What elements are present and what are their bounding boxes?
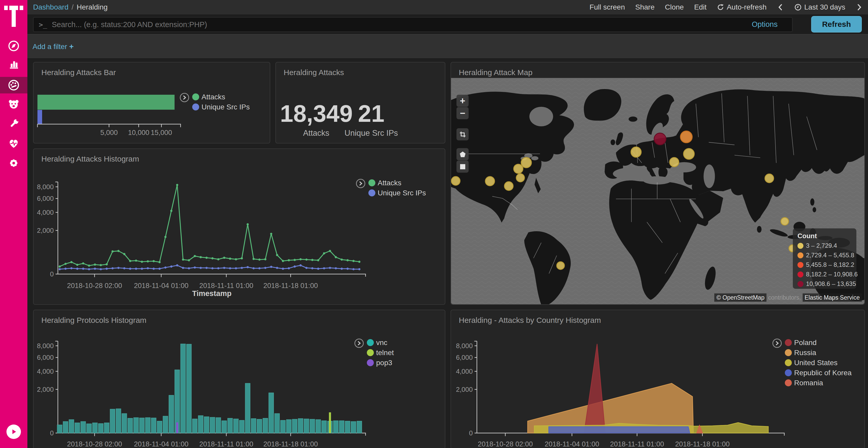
legend-color-dot [192, 94, 199, 100]
breadcrumb-dashboard-link[interactable]: Dashboard [33, 3, 68, 11]
chart-legend: vnc telnet pop3 [354, 339, 394, 369]
chevron-right-icon[interactable] [856, 4, 863, 11]
wrench-icon [8, 118, 20, 130]
svg-text:Timestamp: Timestamp [192, 447, 232, 448]
map-draw-polygon-button[interactable] [457, 148, 469, 160]
legend-item[interactable]: Unique Src IPs [192, 103, 250, 110]
legend-item[interactable]: Unique Src IPs [368, 189, 426, 196]
dashboard-gauge-icon [8, 79, 20, 91]
metric-value: 21 [335, 102, 407, 126]
map-draw-rectangle-button[interactable] [457, 161, 469, 173]
sidebar-item-monitoring[interactable] [0, 136, 27, 152]
legend-item[interactable]: Attacks [192, 94, 250, 100]
legend-item[interactable]: Russia [785, 349, 852, 356]
legend-item[interactable]: Attacks [368, 179, 426, 186]
panel-title: Heralding - Attacks by Country Histogram [459, 316, 601, 325]
svg-text:6,000: 6,000 [37, 353, 54, 361]
attacks-histogram-chart[interactable]: 02,0004,0006,0008,0002018-10-28 02:00201… [34, 149, 446, 305]
svg-text:8,000: 8,000 [37, 183, 54, 191]
legend-label: Attacks [378, 179, 401, 186]
world-map[interactable]: + − [451, 78, 864, 304]
legend-item[interactable]: Romania [785, 379, 852, 386]
svg-text:4,000: 4,000 [37, 208, 54, 216]
search-input[interactable] [52, 21, 792, 29]
legend-item[interactable]: pop3 [367, 359, 394, 366]
panel-heralding-protocols-histogram: Heralding Protocols Histogram 02,0004,00… [33, 310, 445, 448]
map-legend-label: 10,908.6 – 13,635 [806, 280, 856, 287]
metric-unique-src-ips: 21 Unique Src IPs [335, 102, 407, 138]
map-legend-label: 2,729.4 – 5,455.8 [806, 252, 854, 259]
time-range-picker[interactable]: Last 30 days [795, 3, 845, 11]
crop-icon [459, 131, 466, 138]
breadcrumb-current: Heralding [77, 3, 108, 11]
map-legend-title: Count [798, 232, 857, 240]
map-zoom-out-button[interactable]: − [457, 107, 469, 119]
legend-color-dot [367, 349, 374, 356]
legend-label: pop3 [376, 359, 392, 366]
map-zoom-in-button[interactable]: + [457, 95, 469, 107]
svg-text:2018-10-28 02:00: 2018-10-28 02:00 [478, 440, 533, 448]
sidebar-item-dashboard[interactable] [0, 77, 27, 94]
edit-button[interactable]: Edit [694, 3, 707, 11]
sidebar-expand-button[interactable] [6, 424, 21, 439]
terminal-prompt-icon: >_ [39, 21, 47, 29]
timelion-face-icon [8, 98, 20, 110]
map-legend-dot [798, 243, 803, 249]
chevron-left-icon[interactable] [777, 4, 784, 11]
svg-text:2,000: 2,000 [37, 385, 54, 393]
legend-color-dot [192, 103, 199, 110]
map-legend-item: 2,729.4 – 5,455.8 [798, 252, 857, 259]
legend-label: Unique Src IPs [202, 103, 250, 110]
svg-text:8,000: 8,000 [456, 342, 473, 350]
legend-toggle-button[interactable] [354, 339, 364, 348]
map-legend-label: 5,455.8 – 8,182.2 [806, 261, 854, 268]
legend-color-dot [785, 349, 792, 356]
map-legend-item: 5,455.8 – 8,182.2 [798, 261, 857, 268]
filter-bar: Add a filter + [27, 34, 868, 59]
sidebar-item-discover[interactable] [0, 38, 27, 54]
legend-color-dot [368, 179, 375, 186]
auto-refresh-button[interactable]: Auto-refresh [717, 3, 767, 11]
ems-link[interactable]: Elastic Maps Service [803, 294, 862, 302]
legend-item[interactable]: telnet [367, 349, 394, 356]
osm-link[interactable]: © OpenStreetMap [714, 294, 767, 302]
play-icon [10, 428, 17, 435]
legend-item[interactable]: vnc [367, 339, 394, 346]
sidebar [0, 0, 27, 448]
legend-label: Russia [794, 349, 816, 356]
svg-text:2018-11-18 01:00: 2018-11-18 01:00 [675, 440, 730, 448]
map-legend-dot [798, 281, 803, 287]
clone-button[interactable]: Clone [665, 3, 684, 11]
panel-heralding-attacks-by-country: Heralding - Attacks by Country Histogram… [451, 310, 865, 448]
protocols-histogram-chart[interactable]: 02,0004,0006,0008,0002018-10-28 02:00201… [34, 310, 446, 448]
plus-icon: + [69, 42, 74, 50]
legend-item[interactable]: United States [785, 359, 852, 366]
svg-text:4,000: 4,000 [456, 368, 473, 375]
sidebar-item-management[interactable] [0, 155, 27, 171]
add-filter-link[interactable]: Add a filter + [33, 42, 74, 51]
dashboard-grid: Heralding Attacks Bar 5,00010,00015,000 … [0, 59, 868, 448]
svg-text:4,000: 4,000 [37, 368, 54, 375]
map-fit-bounds-button[interactable] [457, 128, 469, 140]
legend-toggle-button[interactable] [356, 179, 365, 188]
compass-icon [8, 40, 20, 52]
legend-toggle-button[interactable] [772, 339, 782, 348]
legend-item[interactable]: Poland [785, 339, 852, 346]
sidebar-item-timelion[interactable] [0, 96, 27, 112]
full-screen-button[interactable]: Full screen [590, 3, 625, 11]
chart-legend: Poland Russia United States Republic of … [772, 339, 852, 389]
legend-color-dot [367, 359, 374, 366]
legend-item[interactable]: Republic of Korea [785, 369, 852, 376]
refresh-button[interactable]: Refresh [811, 16, 862, 33]
map-attribution: © OpenStreetMap contributors, Elastic Ma… [714, 294, 862, 301]
share-button[interactable]: Share [635, 3, 655, 11]
sidebar-item-dev-tools[interactable] [0, 115, 27, 132]
t-mobile-logo[interactable] [3, 4, 25, 28]
legend-label: vnc [376, 339, 388, 346]
sidebar-item-visualize[interactable] [0, 56, 27, 72]
main-area: Dashboard / Heralding Full screen Share … [27, 0, 868, 448]
legend-toggle-button[interactable] [180, 93, 189, 102]
options-link[interactable]: Options [752, 14, 778, 34]
panel-heralding-attacks-histogram: Heralding Attacks Histogram 02,0004,0006… [33, 148, 445, 305]
panel-heralding-attacks-metric: Heralding Attacks 18,349 Attacks 21 Uniq… [275, 62, 445, 143]
